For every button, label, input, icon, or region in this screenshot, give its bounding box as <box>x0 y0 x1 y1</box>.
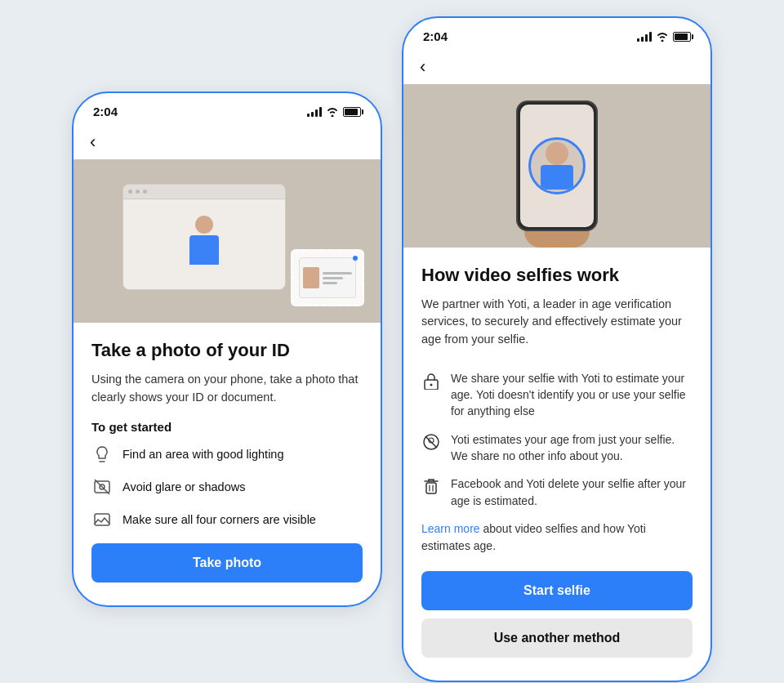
phone1-content: ‹ <box>74 125 381 605</box>
button-area-2: Start selfie Use another method <box>403 571 710 658</box>
selfie-body <box>541 165 573 190</box>
wifi-icon <box>326 107 339 117</box>
signal-icon-2 <box>637 32 652 42</box>
phone2-content: ‹ <box>403 50 710 681</box>
take-photo-button[interactable]: Take photo <box>91 543 363 583</box>
time-2: 2:04 <box>423 29 448 43</box>
selfie-head <box>546 142 568 165</box>
browser-window <box>122 184 286 290</box>
no-id-icon <box>421 432 441 452</box>
back-chevron-icon[interactable]: ‹ <box>90 132 96 153</box>
section-heading-1: To get started <box>91 420 363 434</box>
selfie-person <box>541 142 573 190</box>
phone-hand <box>516 100 598 231</box>
phone2-text-content: How video selfies work We partner with Y… <box>403 248 710 571</box>
id-card-mini <box>299 257 356 298</box>
phone1-text-content: Take a photo of your ID Using the camera… <box>74 323 381 542</box>
status-bar-1: 2:04 <box>74 93 381 125</box>
signal-icon <box>307 107 322 117</box>
id-illustration <box>74 159 381 323</box>
id-photo-mini <box>303 267 319 288</box>
no-glare-icon <box>91 476 113 498</box>
tip-text-lighting: Find an area with good lighting <box>122 448 284 461</box>
svg-rect-3 <box>95 514 109 525</box>
person-head <box>195 216 213 234</box>
screen-description-1: Using the camera on your phone, take a p… <box>91 371 363 407</box>
person-body <box>189 235 219 265</box>
learn-more-link[interactable]: Learn more <box>421 522 480 535</box>
screen-title-1: Take a photo of your ID <box>91 339 363 363</box>
battery-icon <box>343 107 361 117</box>
svg-point-5 <box>430 383 433 386</box>
status-bar-2: 2:04 <box>403 18 710 50</box>
learn-more-paragraph: Learn more about video selfies and how Y… <box>421 520 693 555</box>
privacy-list: We share your selfie with Yoti to estima… <box>421 370 693 509</box>
trash-icon <box>421 476 441 496</box>
phones-container: 2:04 ‹ <box>72 16 712 682</box>
tip-text-glare: Avoid glare or shadows <box>122 480 245 493</box>
browser-body <box>123 199 285 289</box>
privacy-text-estimate: Yoti estimates your age from just your s… <box>451 431 693 465</box>
privacy-item-estimate: Yoti estimates your age from just your s… <box>421 431 693 465</box>
privacy-item-share: We share your selfie with Yoti to estima… <box>421 370 693 420</box>
circle-frame <box>528 137 586 194</box>
hero-image-1 <box>74 159 381 323</box>
tip-item-corners: Make sure all four corners are visible <box>91 509 363 530</box>
button-area-1: Take photo <box>74 543 381 583</box>
wifi-icon-2 <box>656 32 669 42</box>
tip-item-lighting: Find an area with good lighting <box>91 444 363 465</box>
privacy-item-delete: Facebook and Yoti delete your selfie aft… <box>421 475 693 509</box>
use-another-method-button[interactable]: Use another method <box>421 618 693 658</box>
scan-dot <box>353 256 358 261</box>
time-1: 2:04 <box>93 105 118 118</box>
mini-phone-screen <box>520 105 594 227</box>
hero-image-2 <box>403 84 710 248</box>
privacy-text-share: We share your selfie with Yoti to estima… <box>451 370 693 420</box>
browser-bar <box>123 185 285 199</box>
tip-text-corners: Make sure all four corners are visible <box>122 513 316 526</box>
lightbulb-icon <box>91 444 113 465</box>
person-figure <box>184 216 225 273</box>
screen-title-2: How video selfies work <box>421 264 693 288</box>
back-button-2[interactable]: ‹ <box>403 50 710 84</box>
tips-list: Find an area with good lighting Avoid gl… <box>91 444 363 530</box>
phone-id: 2:04 ‹ <box>72 92 382 606</box>
image-icon <box>91 509 113 530</box>
privacy-text-delete: Facebook and Yoti delete your selfie aft… <box>451 475 693 509</box>
id-lines <box>323 272 352 284</box>
selfie-illustration <box>403 84 710 248</box>
scan-frame <box>291 249 364 306</box>
start-selfie-button[interactable]: Start selfie <box>421 571 693 610</box>
status-icons-1 <box>307 107 361 117</box>
back-chevron-icon-2[interactable]: ‹ <box>420 56 425 78</box>
screen-description-2: We partner with Yoti, a leader in age ve… <box>421 296 693 349</box>
lock-icon <box>421 371 441 391</box>
status-icons-2 <box>637 32 691 42</box>
svg-rect-9 <box>426 483 436 493</box>
phone-selfie: 2:04 ‹ <box>402 16 712 682</box>
battery-icon-2 <box>673 32 691 42</box>
tip-item-glare: Avoid glare or shadows <box>91 476 363 498</box>
mini-phone <box>516 100 598 231</box>
back-button-1[interactable]: ‹ <box>74 125 381 159</box>
